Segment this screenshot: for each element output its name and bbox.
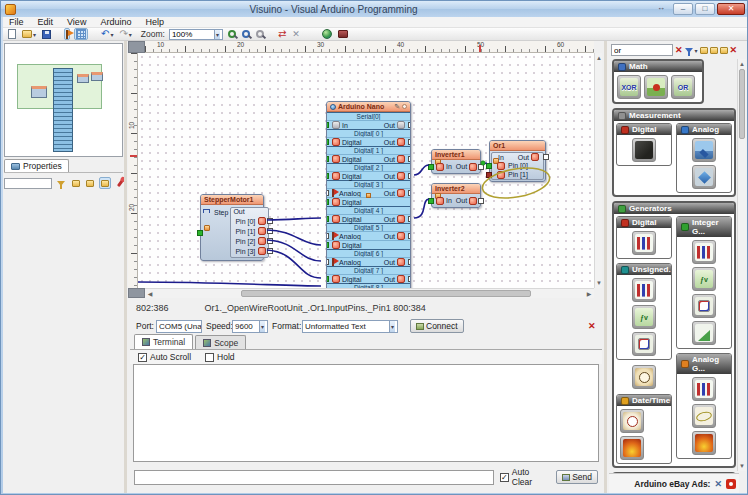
expand-all-icon[interactable] [710, 47, 718, 54]
input-connector[interactable] [326, 156, 329, 162]
block-or1[interactable]: Or1 In Out Pin [0] [489, 140, 546, 182]
inverter1-pins[interactable]: In Out [432, 160, 480, 173]
output-connector[interactable] [408, 122, 411, 128]
input-connector-selected[interactable] [486, 172, 492, 178]
expand-dot-icon[interactable] [402, 104, 407, 109]
zoom-out-button[interactable] [241, 28, 251, 40]
tab-terminal[interactable]: Terminal [134, 334, 193, 349]
stepper-pin-1[interactable]: Pin [1] [233, 226, 266, 236]
filter-icon[interactable] [685, 48, 693, 53]
block-steppermotor1[interactable]: StepperMotor1 Step Out Pin [0] Pin [1] P… [200, 194, 264, 261]
design-canvas[interactable]: StepperMotor1 Step Out Pin [0] Pin [1] P… [138, 53, 594, 288]
or1-pin-1[interactable]: Pin [1] [492, 170, 543, 179]
output-connector[interactable] [408, 156, 411, 162]
block-header[interactable]: Arduino Nano ✎ [327, 102, 410, 112]
subgroup-header[interactable]: Analog G... [677, 354, 731, 374]
pan-mode-button[interactable] [64, 28, 70, 40]
wire-digital4-inverter2[interactable] [414, 199, 429, 218]
component-tile-pulse[interactable] [692, 377, 716, 401]
arduino-pin-row[interactable]: InOut [327, 120, 410, 129]
edit-pencil-icon[interactable]: ✎ [394, 103, 400, 111]
subgroup-header[interactable]: Integer G... [677, 217, 731, 237]
arduino-pin-row[interactable]: DigitalOut [327, 154, 410, 163]
vscroll-thumb[interactable] [739, 69, 745, 139]
output-connector[interactable] [478, 164, 484, 170]
right-splitter[interactable] [604, 41, 607, 493]
component-tile-gem[interactable] [692, 165, 716, 189]
output-connector[interactable] [267, 228, 273, 234]
clear-search-icon[interactable]: ✕ [675, 45, 683, 55]
scroll-right-icon[interactable]: ▶ [585, 290, 593, 298]
output-connector[interactable] [408, 259, 411, 265]
wire-stepper-pin1[interactable] [267, 230, 321, 245]
input-connector[interactable] [197, 230, 203, 236]
close-search-icon[interactable]: ✕ [730, 45, 738, 55]
tab-scope[interactable]: Scope [195, 335, 246, 349]
component-tile-pulse[interactable] [692, 240, 716, 264]
input-connector[interactable] [326, 190, 329, 196]
new-folder-icon[interactable] [700, 47, 708, 54]
scroll-up-icon[interactable]: ▲ [595, 54, 603, 62]
wire-stepper-pin3[interactable] [267, 250, 321, 278]
output-connector[interactable] [267, 238, 273, 244]
arduino-pin-row[interactable]: DigitalOut [327, 214, 410, 223]
component-tile-pulse[interactable] [632, 278, 656, 302]
connect-button[interactable]: Connect [410, 319, 464, 333]
subgroup-header[interactable]: Unsigned... [617, 264, 671, 275]
help-button[interactable] [337, 28, 349, 40]
component-tile-fire[interactable] [692, 431, 716, 455]
maximize-button[interactable]: □ [695, 3, 715, 15]
auto-clear-checkbox[interactable]: ✓Auto Clear [500, 467, 550, 487]
redo-button[interactable]: ↷▾ [118, 28, 132, 40]
close-button[interactable]: ✕ [717, 3, 745, 15]
component-tile-xor[interactable]: XOR [617, 75, 641, 99]
input-connector[interactable] [326, 242, 329, 248]
input-connector[interactable] [326, 259, 329, 265]
input-connector[interactable] [326, 233, 329, 239]
output-connector[interactable] [408, 173, 411, 179]
input-connector[interactable] [428, 198, 434, 204]
minimize-button[interactable]: – [673, 3, 693, 15]
scroll-left-icon[interactable]: ◀ [146, 290, 154, 298]
block-inverter2[interactable]: Inverter2 In Out [431, 183, 481, 208]
input-connector[interactable] [486, 163, 492, 169]
arduino-pin-row[interactable]: DigitalOut [327, 274, 410, 283]
component-tile-fire[interactable] [620, 436, 644, 460]
output-connector[interactable] [267, 218, 273, 224]
output-connector[interactable] [478, 198, 484, 204]
output-connector[interactable] [408, 233, 411, 239]
component-tile-land[interactable] [644, 75, 668, 99]
block-arduino-nano[interactable]: Arduino Nano ✎ Serial[0]InOutDigital[ 0 … [326, 101, 411, 288]
auto-scroll-checkbox[interactable]: ✓Auto Scroll [138, 352, 191, 362]
group-header-generators[interactable]: Generators [614, 203, 734, 214]
output-connector[interactable] [408, 190, 411, 196]
wire-stepper-pin0[interactable] [267, 218, 321, 220]
block-header[interactable]: Inverter1 [432, 150, 480, 160]
inverter2-pins[interactable]: In Out [432, 194, 480, 207]
arduino-pin-row[interactable]: AnalogOut [327, 231, 410, 240]
arduino-pin-row[interactable]: DigitalOut [327, 171, 410, 180]
component-search-input[interactable] [611, 44, 673, 56]
send-button[interactable]: Send [556, 470, 598, 484]
arduino-pin-row[interactable]: DigitalOut [327, 137, 410, 146]
zoom-in-button[interactable] [227, 28, 237, 40]
component-tile-alarm[interactable] [620, 409, 644, 433]
block-header[interactable]: Inverter2 [432, 184, 480, 194]
component-tile-fv[interactable]: ƒv [632, 305, 656, 329]
scroll-down-icon[interactable]: ▼ [595, 279, 603, 287]
menu-edit[interactable]: Edit [38, 17, 54, 27]
arduino-pin-row[interactable]: AnalogOut [327, 257, 410, 266]
send-input[interactable] [134, 470, 494, 485]
subgroup-header[interactable]: Digital [617, 124, 671, 135]
save-button[interactable] [41, 28, 52, 40]
open-button[interactable]: ▾ [21, 28, 37, 40]
output-connector[interactable] [408, 139, 411, 145]
left-splitter[interactable] [124, 41, 127, 493]
component-tile-dice[interactable] [632, 332, 656, 356]
component-tile-dark[interactable] [632, 138, 656, 162]
input-connector[interactable] [326, 199, 329, 205]
component-tile-ramp[interactable] [692, 321, 716, 345]
group-header-math[interactable]: Math [614, 61, 702, 72]
properties-filter-button[interactable] [55, 177, 67, 189]
hold-checkbox[interactable]: Hold [205, 352, 234, 362]
